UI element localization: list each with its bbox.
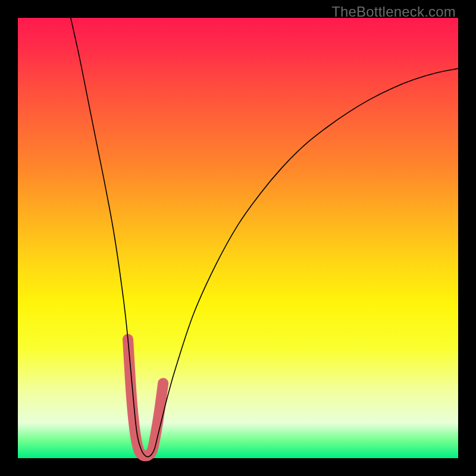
chart-frame: TheBottleneck.com <box>0 0 476 476</box>
plot-area <box>18 18 458 458</box>
watermark-text: TheBottleneck.com <box>331 4 456 20</box>
curve-layer <box>18 18 458 458</box>
